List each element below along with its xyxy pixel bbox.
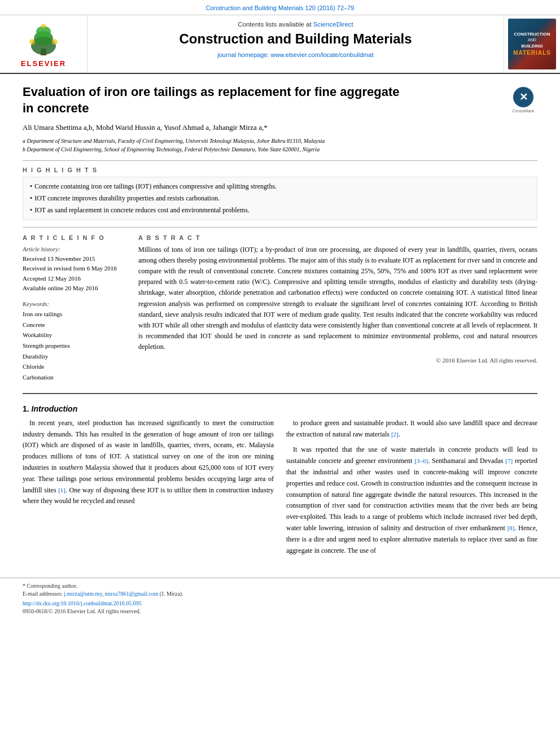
article-info-label: A R T I C L E I N F O: [23, 234, 127, 241]
page: Construction and Building Materials 120 …: [0, 0, 560, 747]
article-info-abstract-row: A R T I C L E I N F O Article history: R…: [23, 234, 537, 383]
affiliations: a Department of Structure and Materials,…: [23, 137, 537, 154]
keywords-list: Iron ore tailings Concrete Workability S…: [23, 309, 127, 383]
paper-title: Evaluation of iron ore tailings as repla…: [23, 84, 406, 116]
elsevier-logo-area: ELSEVIER: [0, 15, 88, 73]
copyright-line: © 2016 Elsevier Ltd. All rights reserved…: [138, 357, 537, 364]
keyword-7: Carbonation: [23, 372, 127, 383]
abstract-text: Millions of tons of iron ore tailings (I…: [138, 244, 537, 353]
ref-7[interactable]: [7]: [505, 457, 513, 464]
ref-3-6[interactable]: [3–6]: [414, 457, 428, 464]
intro-two-col: In recent years, steel production has in…: [23, 418, 537, 561]
keyword-2: Concrete: [23, 320, 127, 330]
ref-8[interactable]: [8]: [508, 525, 515, 531]
email-2-link[interactable]: mirza7861@gmail.com: [105, 591, 158, 597]
svg-point-6: [41, 24, 46, 28]
highlights-label: H I G H L I G H T S: [23, 167, 537, 173]
intro-p2: to produce green and sustainable product…: [286, 418, 537, 440]
abstract-label: A B S T R A C T: [138, 234, 537, 241]
email-1-link[interactable]: j.mirza@utm.my: [64, 591, 102, 597]
elsevier-wordmark: ELSEVIER: [15, 59, 72, 68]
divider-1: [23, 160, 537, 161]
svg-point-4: [29, 39, 35, 45]
introduction-section: 1. Introduction In recent years, steel p…: [23, 404, 537, 561]
sciencedirect-link[interactable]: ScienceDirect: [313, 21, 353, 28]
keywords-label: Keywords:: [23, 300, 127, 307]
keyword-1: Iron ore tailings: [23, 309, 127, 320]
journal-ref: Construction and Building Materials 120 …: [206, 5, 355, 11]
elsevier-tree-icon: [15, 20, 72, 57]
doi-link[interactable]: http://dx.doi.org/10.1016/j.conbuildmat.…: [23, 600, 142, 606]
cbm-cover-logo: Construction and Building MATERIALS: [508, 19, 556, 69]
intro-p1: In recent years, steel production has in…: [23, 418, 274, 507]
contents-line: Contents lists available at ScienceDirec…: [99, 21, 492, 28]
issn-line: 0950-0618/© 2016 Elsevier Ltd. All right…: [23, 608, 537, 614]
abstract-col: A B S T R A C T Millions of tons of iron…: [138, 234, 537, 383]
keyword-3: Workability: [23, 330, 127, 340]
top-bar: Construction and Building Materials 120 …: [0, 0, 560, 15]
crossmark-label: CrossMark: [513, 108, 535, 113]
highlights-section: H I G H L I G H T S •Concrete containing…: [23, 167, 537, 220]
journal-homepage: journal homepage: www.elsevier.com/locat…: [99, 51, 492, 58]
keyword-6: Chloride: [23, 361, 127, 372]
ref-1[interactable]: [1]: [58, 487, 65, 493]
intro-col-right: to produce green and sustainable product…: [286, 418, 537, 561]
page-footer: * Corresponding author. E-mail addresses…: [0, 578, 560, 618]
intro-col-left: In recent years, steel production has in…: [23, 418, 274, 561]
highlight-item-3: •IOT as sand replacement in concrete red…: [30, 206, 530, 215]
southern-text: southern: [59, 464, 83, 471]
corresponding-note: * Corresponding author.: [23, 583, 537, 589]
affiliation-b: b Department of Civil Engineering, Schoo…: [23, 145, 537, 154]
divider-2: [23, 227, 537, 228]
article-info-col: A R T I C L E I N F O Article history: R…: [23, 234, 127, 383]
highlights-box: •Concrete containing iron ore tailings (…: [23, 177, 537, 220]
cbm-line3: Building: [513, 43, 551, 49]
paper-title-row: Evaluation of iron ore tailings as repla…: [23, 84, 537, 123]
elsevier-logo: ELSEVIER: [15, 20, 72, 68]
highlight-item-2: •IOT concrete improves durability proper…: [30, 194, 530, 203]
highlight-item-1: •Concrete containing iron ore tailings (…: [30, 182, 530, 191]
intro-title: 1. Introduction: [23, 404, 537, 413]
svg-point-5: [52, 39, 58, 45]
cbm-line2: and: [513, 37, 551, 43]
cbm-line1: Construction: [513, 31, 551, 37]
journal-title-center: Contents lists available at ScienceDirec…: [88, 15, 504, 73]
affiliation-a: a Department of Structure and Materials,…: [23, 137, 537, 145]
cbm-line4: MATERIALS: [513, 49, 551, 57]
main-content: Evaluation of iron ore tailings as repla…: [0, 74, 560, 566]
intro-p3: It was reported that the use of waste ma…: [286, 444, 537, 556]
received-date: Received 13 November 2015 Received in re…: [23, 254, 127, 294]
divider-3: [23, 393, 537, 394]
intro-title-text: Introduction: [32, 404, 78, 413]
journal-header: ELSEVIER Contents lists available at Sci…: [0, 15, 560, 74]
journal-main-title: Construction and Building Materials: [99, 31, 492, 47]
ref-2[interactable]: [2]: [391, 431, 399, 438]
crossmark-icon: ✕: [513, 87, 533, 107]
cbm-logo-area: Construction and Building MATERIALS: [504, 15, 560, 73]
keyword-5: Durability: [23, 351, 127, 362]
email-note: E-mail addresses: j.mirza@utm.my, mirza7…: [23, 591, 537, 597]
crossmark-area[interactable]: ✕ CrossMark: [509, 87, 537, 113]
history-label: Article history:: [23, 246, 127, 252]
keyword-4: Strength properties: [23, 340, 127, 351]
authors-line: Ali Umara Shettima a,b, Mohd Warid Hussi…: [23, 123, 537, 132]
